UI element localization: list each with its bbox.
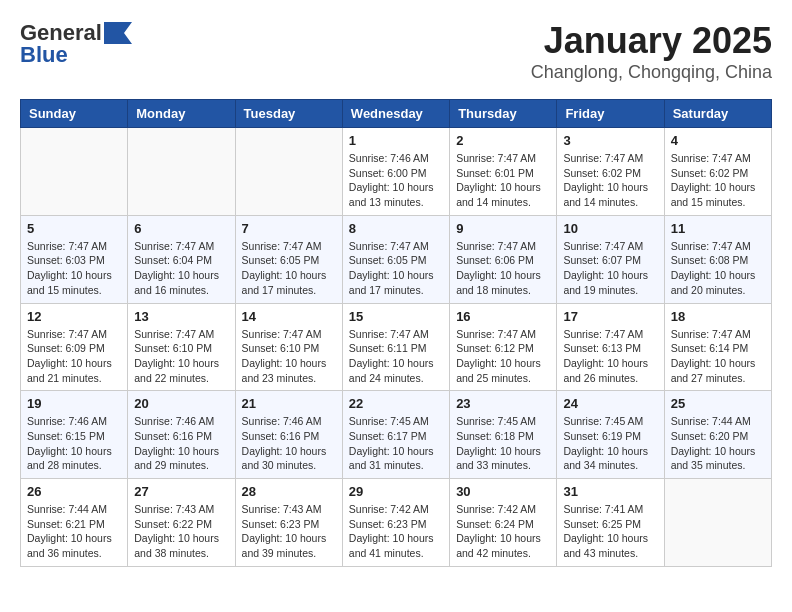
day-number: 19 [27,396,121,411]
day-info: Sunrise: 7:47 AM Sunset: 6:13 PM Dayligh… [563,327,657,386]
day-number: 9 [456,221,550,236]
column-header-thursday: Thursday [450,100,557,128]
day-number: 7 [242,221,336,236]
day-number: 26 [27,484,121,499]
calendar-cell [21,128,128,216]
day-info: Sunrise: 7:43 AM Sunset: 6:22 PM Dayligh… [134,502,228,561]
logo-flag-icon [104,22,134,44]
page-header: General Blue January 2025 Changlong, Cho… [20,20,772,83]
day-info: Sunrise: 7:46 AM Sunset: 6:15 PM Dayligh… [27,414,121,473]
calendar-cell [235,128,342,216]
calendar-week-row: 26Sunrise: 7:44 AM Sunset: 6:21 PM Dayli… [21,479,772,567]
day-number: 12 [27,309,121,324]
calendar-cell: 25Sunrise: 7:44 AM Sunset: 6:20 PM Dayli… [664,391,771,479]
calendar-cell: 13Sunrise: 7:47 AM Sunset: 6:10 PM Dayli… [128,303,235,391]
calendar-cell: 12Sunrise: 7:47 AM Sunset: 6:09 PM Dayli… [21,303,128,391]
calendar-cell: 20Sunrise: 7:46 AM Sunset: 6:16 PM Dayli… [128,391,235,479]
day-number: 8 [349,221,443,236]
calendar-cell: 26Sunrise: 7:44 AM Sunset: 6:21 PM Dayli… [21,479,128,567]
day-info: Sunrise: 7:45 AM Sunset: 6:18 PM Dayligh… [456,414,550,473]
calendar-week-row: 1Sunrise: 7:46 AM Sunset: 6:00 PM Daylig… [21,128,772,216]
calendar-cell [664,479,771,567]
calendar-cell: 30Sunrise: 7:42 AM Sunset: 6:24 PM Dayli… [450,479,557,567]
day-info: Sunrise: 7:47 AM Sunset: 6:05 PM Dayligh… [349,239,443,298]
day-number: 28 [242,484,336,499]
calendar-cell: 16Sunrise: 7:47 AM Sunset: 6:12 PM Dayli… [450,303,557,391]
calendar-cell: 10Sunrise: 7:47 AM Sunset: 6:07 PM Dayli… [557,215,664,303]
day-number: 25 [671,396,765,411]
logo-blue: Blue [20,42,68,68]
day-info: Sunrise: 7:47 AM Sunset: 6:08 PM Dayligh… [671,239,765,298]
calendar-cell: 17Sunrise: 7:47 AM Sunset: 6:13 PM Dayli… [557,303,664,391]
logo: General Blue [20,20,134,68]
day-number: 13 [134,309,228,324]
column-header-wednesday: Wednesday [342,100,449,128]
title-block: January 2025 Changlong, Chongqing, China [531,20,772,83]
calendar-cell: 5Sunrise: 7:47 AM Sunset: 6:03 PM Daylig… [21,215,128,303]
day-number: 31 [563,484,657,499]
day-info: Sunrise: 7:46 AM Sunset: 6:16 PM Dayligh… [242,414,336,473]
column-header-saturday: Saturday [664,100,771,128]
column-header-tuesday: Tuesday [235,100,342,128]
day-info: Sunrise: 7:47 AM Sunset: 6:02 PM Dayligh… [563,151,657,210]
calendar-week-row: 12Sunrise: 7:47 AM Sunset: 6:09 PM Dayli… [21,303,772,391]
day-info: Sunrise: 7:47 AM Sunset: 6:03 PM Dayligh… [27,239,121,298]
day-info: Sunrise: 7:46 AM Sunset: 6:00 PM Dayligh… [349,151,443,210]
day-number: 30 [456,484,550,499]
day-info: Sunrise: 7:45 AM Sunset: 6:17 PM Dayligh… [349,414,443,473]
day-number: 11 [671,221,765,236]
calendar-cell: 2Sunrise: 7:47 AM Sunset: 6:01 PM Daylig… [450,128,557,216]
calendar-title: January 2025 [531,20,772,62]
day-info: Sunrise: 7:47 AM Sunset: 6:01 PM Dayligh… [456,151,550,210]
calendar-cell: 7Sunrise: 7:47 AM Sunset: 6:05 PM Daylig… [235,215,342,303]
calendar-cell: 6Sunrise: 7:47 AM Sunset: 6:04 PM Daylig… [128,215,235,303]
day-number: 29 [349,484,443,499]
day-number: 18 [671,309,765,324]
day-number: 14 [242,309,336,324]
day-info: Sunrise: 7:47 AM Sunset: 6:02 PM Dayligh… [671,151,765,210]
day-number: 6 [134,221,228,236]
calendar-cell: 29Sunrise: 7:42 AM Sunset: 6:23 PM Dayli… [342,479,449,567]
day-number: 21 [242,396,336,411]
day-number: 4 [671,133,765,148]
calendar-cell: 15Sunrise: 7:47 AM Sunset: 6:11 PM Dayli… [342,303,449,391]
column-header-friday: Friday [557,100,664,128]
day-number: 20 [134,396,228,411]
calendar-header-row: SundayMondayTuesdayWednesdayThursdayFrid… [21,100,772,128]
day-number: 27 [134,484,228,499]
day-number: 2 [456,133,550,148]
day-number: 17 [563,309,657,324]
calendar-week-row: 19Sunrise: 7:46 AM Sunset: 6:15 PM Dayli… [21,391,772,479]
day-number: 15 [349,309,443,324]
day-info: Sunrise: 7:47 AM Sunset: 6:12 PM Dayligh… [456,327,550,386]
column-header-monday: Monday [128,100,235,128]
calendar-cell: 22Sunrise: 7:45 AM Sunset: 6:17 PM Dayli… [342,391,449,479]
day-number: 24 [563,396,657,411]
day-info: Sunrise: 7:44 AM Sunset: 6:21 PM Dayligh… [27,502,121,561]
day-info: Sunrise: 7:44 AM Sunset: 6:20 PM Dayligh… [671,414,765,473]
calendar-cell [128,128,235,216]
day-number: 16 [456,309,550,324]
calendar-cell: 28Sunrise: 7:43 AM Sunset: 6:23 PM Dayli… [235,479,342,567]
calendar-cell: 31Sunrise: 7:41 AM Sunset: 6:25 PM Dayli… [557,479,664,567]
day-info: Sunrise: 7:41 AM Sunset: 6:25 PM Dayligh… [563,502,657,561]
calendar-cell: 9Sunrise: 7:47 AM Sunset: 6:06 PM Daylig… [450,215,557,303]
calendar-cell: 18Sunrise: 7:47 AM Sunset: 6:14 PM Dayli… [664,303,771,391]
svg-marker-0 [104,22,132,44]
column-header-sunday: Sunday [21,100,128,128]
day-info: Sunrise: 7:47 AM Sunset: 6:07 PM Dayligh… [563,239,657,298]
day-number: 1 [349,133,443,148]
day-info: Sunrise: 7:45 AM Sunset: 6:19 PM Dayligh… [563,414,657,473]
day-info: Sunrise: 7:46 AM Sunset: 6:16 PM Dayligh… [134,414,228,473]
day-number: 5 [27,221,121,236]
calendar-cell: 14Sunrise: 7:47 AM Sunset: 6:10 PM Dayli… [235,303,342,391]
day-info: Sunrise: 7:42 AM Sunset: 6:23 PM Dayligh… [349,502,443,561]
day-info: Sunrise: 7:47 AM Sunset: 6:04 PM Dayligh… [134,239,228,298]
day-number: 23 [456,396,550,411]
day-info: Sunrise: 7:47 AM Sunset: 6:06 PM Dayligh… [456,239,550,298]
day-info: Sunrise: 7:47 AM Sunset: 6:05 PM Dayligh… [242,239,336,298]
calendar-cell: 21Sunrise: 7:46 AM Sunset: 6:16 PM Dayli… [235,391,342,479]
calendar-cell: 8Sunrise: 7:47 AM Sunset: 6:05 PM Daylig… [342,215,449,303]
calendar-cell: 1Sunrise: 7:46 AM Sunset: 6:00 PM Daylig… [342,128,449,216]
day-info: Sunrise: 7:43 AM Sunset: 6:23 PM Dayligh… [242,502,336,561]
